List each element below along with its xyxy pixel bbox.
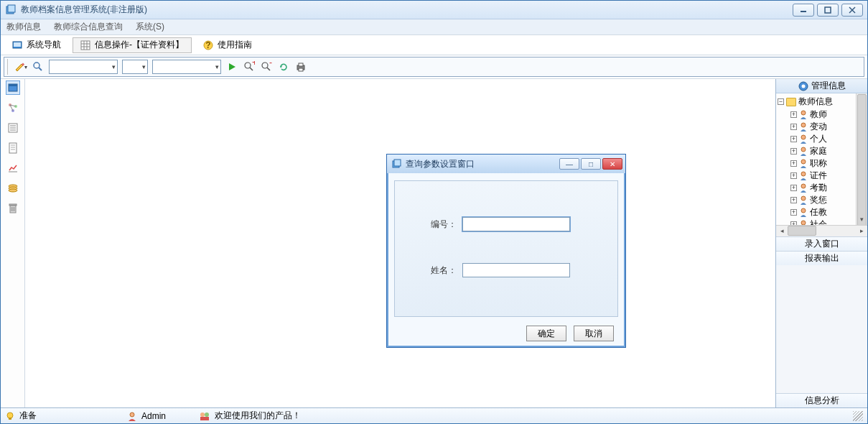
rail-window-icon[interactable]: [6, 80, 20, 95]
ok-button[interactable]: 确定: [526, 326, 566, 341]
menu-comprehensive-query[interactable]: 教师综合信息查询: [54, 21, 123, 33]
svg-point-63: [801, 208, 806, 213]
tree-horizontal-scrollbar[interactable]: ◂ ▸: [776, 225, 867, 236]
tree-item[interactable]: +家庭: [778, 145, 867, 157]
app-icon: [5, 4, 17, 16]
input-name[interactable]: [462, 263, 570, 277]
bulb-icon: [5, 411, 15, 421]
tree-item[interactable]: +奖惩: [778, 194, 867, 206]
dialog-icon: [391, 159, 401, 169]
status-user: Admin: [141, 411, 166, 421]
dialog-maximize-button[interactable]: □: [581, 158, 601, 170]
rail-stack-icon[interactable]: [6, 181, 20, 195]
resize-grip[interactable]: [853, 411, 863, 421]
right-panel-header: 管理信息: [776, 79, 867, 93]
menu-system[interactable]: 系统(S): [136, 21, 164, 33]
menubar: 教师信息 教师综合信息查询 系统(S): [1, 19, 867, 35]
monitor-icon: [12, 40, 22, 50]
tree-item[interactable]: +考勤: [778, 182, 867, 194]
combo-2[interactable]: ▾: [122, 60, 148, 74]
play-icon[interactable]: [225, 60, 238, 73]
search-toolbar: ▾ ▾ ▾ ▾ + -: [4, 57, 864, 77]
tree-item[interactable]: +个人: [778, 133, 867, 145]
cancel-button[interactable]: 取消: [574, 326, 614, 341]
rail-trash-icon[interactable]: [6, 201, 20, 216]
svg-rect-8: [81, 41, 90, 50]
node-icon: [799, 134, 808, 144]
combo-1[interactable]: ▾: [49, 60, 118, 74]
rail-tree-icon[interactable]: [6, 101, 20, 115]
tree-item[interactable]: +教师: [778, 109, 867, 121]
svg-text:+: +: [252, 61, 255, 68]
tab-info-operation[interactable]: 信息操作-【证件资料】: [73, 37, 192, 53]
svg-marker-25: [280, 66, 282, 68]
label-name: 姓名：: [424, 264, 457, 277]
svg-point-58: [801, 147, 806, 152]
svg-line-20: [250, 68, 253, 70]
svg-point-47: [9, 189, 17, 192]
node-icon: [799, 147, 808, 157]
window-title: 教师档案信息管理系统(非注册版): [21, 4, 793, 16]
input-number[interactable]: [462, 217, 570, 231]
svg-point-71: [7, 413, 13, 418]
rail-list-icon[interactable]: [6, 121, 20, 135]
menu-teacher-info[interactable]: 教师信息: [6, 21, 41, 33]
maximize-button[interactable]: [817, 4, 839, 17]
tree-view[interactable]: − 教师信息 +教师+变动+个人+家庭+职称+证件+考勤+奖惩+任教+社会+培训…: [776, 93, 867, 225]
svg-point-62: [801, 196, 806, 201]
svg-point-56: [801, 123, 806, 127]
folder-icon: [786, 98, 796, 106]
left-rail: [1, 79, 25, 407]
tree-item[interactable]: +职称: [778, 157, 867, 170]
refresh-icon[interactable]: [277, 60, 290, 73]
dialog-title: 查询参数设置窗口: [406, 158, 555, 170]
svg-rect-78: [394, 160, 401, 166]
node-icon: [799, 208, 808, 218]
combo-3[interactable]: ▾: [152, 60, 221, 74]
dialog-titlebar[interactable]: 查询参数设置窗口 — □ ✕: [387, 155, 625, 173]
tree-item[interactable]: +证件: [778, 170, 867, 182]
search-minus-icon[interactable]: -: [260, 60, 273, 73]
search-plus-icon[interactable]: +: [243, 60, 256, 73]
label-number: 编号：: [424, 218, 457, 231]
tree-root[interactable]: − 教师信息: [778, 95, 867, 109]
minimize-button[interactable]: [793, 4, 814, 17]
tab-system-nav[interactable]: 系统导航: [5, 37, 68, 53]
titlebar: 教师档案信息管理系统(非注册版): [1, 1, 867, 19]
tree-item[interactable]: +任教: [778, 206, 867, 218]
rail-chart-icon[interactable]: [6, 161, 20, 175]
svg-rect-49: [9, 204, 17, 206]
user-icon: [127, 411, 137, 421]
people-icon: [199, 411, 210, 421]
rail-document-icon[interactable]: [6, 141, 20, 155]
section-info-analysis[interactable]: 信息分析: [776, 393, 867, 407]
svg-line-23: [267, 68, 270, 70]
dialog-close-button[interactable]: ✕: [602, 158, 622, 170]
svg-rect-27: [299, 63, 303, 66]
svg-point-16: [34, 63, 39, 68]
svg-rect-76: [200, 417, 209, 420]
tree-item[interactable]: +变动: [778, 121, 867, 133]
section-input-window[interactable]: 录入窗口: [776, 236, 867, 251]
print-icon[interactable]: [294, 60, 307, 73]
node-icon: [799, 195, 808, 206]
svg-rect-40: [9, 143, 17, 153]
node-icon: [799, 171, 808, 181]
status-welcome: 欢迎使用我们的产品！: [215, 410, 301, 422]
close-button[interactable]: [841, 4, 863, 17]
tab-usage-guide[interactable]: ? 使用指南: [196, 37, 259, 53]
node-icon: [799, 220, 808, 225]
zoom-icon[interactable]: [32, 60, 45, 73]
tree-item[interactable]: +社会: [778, 218, 867, 225]
svg-point-59: [801, 160, 806, 164]
svg-point-73: [130, 413, 134, 417]
svg-rect-30: [9, 84, 17, 86]
statusbar: 准备 Admin 欢迎使用我们的产品！: [1, 407, 867, 423]
svg-point-57: [801, 135, 806, 139]
edit-icon[interactable]: ▾: [14, 60, 27, 73]
tab-toolbar: 系统导航 信息操作-【证件资料】 ? 使用指南: [1, 35, 867, 55]
section-report-output[interactable]: 报表输出: [776, 251, 867, 265]
tree-vertical-scrollbar[interactable]: ▾: [856, 93, 867, 225]
dialog-minimize-button[interactable]: —: [559, 158, 579, 170]
svg-line-17: [39, 68, 42, 70]
